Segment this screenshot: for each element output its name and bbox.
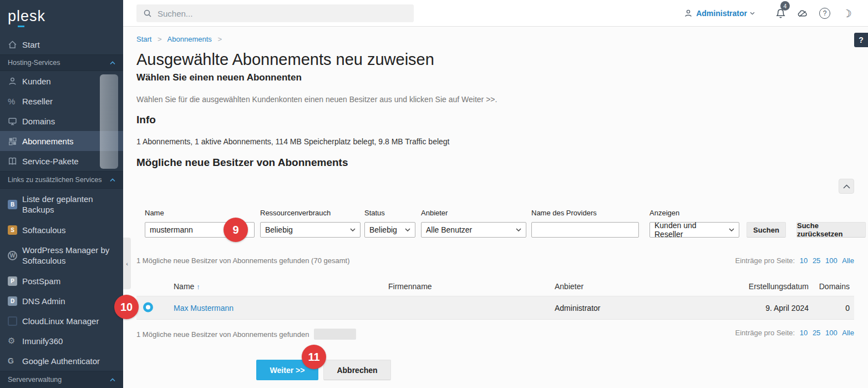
status-select[interactable]: Beliebig — [364, 222, 415, 238]
user-icon — [684, 9, 693, 18]
cloudlinux-icon — [8, 316, 22, 326]
backups-app-icon: B — [8, 200, 22, 209]
sidebar-item-dns-admin[interactable]: D DNS Admin — [0, 291, 123, 311]
sidebar-item-label: WordPress Manager by Softaculous — [22, 245, 123, 266]
notifications-button[interactable]: 4 — [769, 0, 791, 27]
per-page-25[interactable]: 25 — [813, 256, 820, 265]
provider-name-input[interactable] — [531, 222, 639, 238]
per-page-all[interactable]: Alle — [842, 329, 854, 337]
search-input[interactable]: Suchen... — [136, 4, 414, 22]
per-page-25[interactable]: 25 — [813, 329, 820, 337]
per-page-10[interactable]: 10 — [800, 329, 808, 337]
sidebar-item-cloudlinux[interactable]: CloudLinux Manager — [0, 311, 123, 331]
user-menu[interactable]: Administrator — [684, 9, 755, 18]
column-header-domains[interactable]: Domains — [819, 282, 850, 291]
page-subtitle: Wählen Sie einen neuen Abonnenten — [136, 72, 302, 83]
sidebar-item-label: Abonnements — [22, 136, 78, 147]
annotation-step-11: 11 — [302, 345, 326, 369]
sidebar-collapse-handle[interactable]: ‹ — [123, 238, 131, 289]
column-header-erstellungsdatum[interactable]: Erstellungsdatum — [749, 282, 809, 291]
topbar: Suchen... Administrator 4 ? ☽ — [123, 0, 868, 27]
anzeigen-select[interactable]: Kunden und Reseller — [649, 222, 739, 238]
sidebar-item-softaculous[interactable]: S Softaculous — [0, 220, 123, 240]
sidebar-scrollbar-thumb[interactable] — [100, 74, 118, 169]
sidebar-item-label: PostSpam — [22, 276, 65, 286]
chevron-down-icon — [729, 228, 734, 231]
sidebar-item-postspam[interactable]: P PostSpam — [0, 271, 123, 291]
wordpress-icon: W — [8, 251, 22, 260]
column-header-firmenname[interactable]: Firmenname — [388, 282, 432, 291]
moon-icon: ☽ — [842, 7, 851, 20]
monitor-icon — [8, 117, 22, 126]
redacted-text-box — [314, 329, 356, 340]
sidebar-section-hosting-services[interactable]: Hosting-Services — [0, 54, 123, 71]
chevron-down-icon — [516, 228, 521, 231]
plesk-logo-text: plesk — [8, 8, 45, 24]
chevron-up-icon — [110, 59, 115, 67]
sidebar-section-label: Serververwaltung — [8, 376, 62, 384]
sidebar-item-google-authenticator[interactable]: G Google Authenticator — [0, 351, 123, 371]
sidebar-item-label: Service-Pakete — [22, 156, 83, 167]
sidebar-item-backups-list[interactable]: B Liste der geplanten Backups — [0, 189, 123, 220]
book-icon — [8, 157, 22, 166]
row-owner-link[interactable]: Max Mustermann — [174, 304, 234, 313]
sort-ascending-icon: ↑ — [196, 283, 200, 291]
filter-field-ressourcenverbrauch: Beliebig — [260, 222, 361, 238]
home-icon — [8, 40, 22, 49]
column-header-anbieter[interactable]: Anbieter — [555, 282, 583, 291]
annotation-step-9: 9 — [224, 218, 248, 242]
table-row: Max Mustermann Administrator 9. April 20… — [136, 296, 854, 320]
plesk-logo[interactable]: plesk — [0, 0, 123, 34]
chevron-down-icon — [750, 12, 755, 15]
filter-label-ressourcenverbrauch: Ressourcenverbrauch — [260, 209, 331, 217]
annotation-step-10: 10 — [114, 295, 139, 319]
sidebar-item-label: Reseller — [22, 96, 57, 107]
help-button[interactable]: ? — [814, 0, 836, 27]
filter-field-anzeigen: Kunden und Reseller — [649, 222, 739, 238]
ressourcenverbrauch-select[interactable]: Beliebig — [260, 222, 361, 238]
sidebar-item-label: Domains — [22, 116, 59, 127]
plesk-logo-underline — [18, 26, 24, 27]
sidebar-section-links-services[interactable]: Links zu zusätzlichen Services — [0, 171, 123, 189]
cloud-offline-button[interactable] — [791, 0, 814, 27]
row-radio-selected[interactable] — [143, 302, 153, 314]
per-page-all[interactable]: Alle — [842, 256, 854, 265]
sidebar-section-label: Links zu zusätzlichen Services — [8, 176, 102, 184]
sidebar-item-label: DNS Admin — [22, 296, 70, 306]
row-domains: 0 — [845, 304, 850, 313]
filter-label-anzeigen: Anzeigen — [649, 209, 679, 217]
anbieter-select[interactable]: Alle Benutzer — [421, 222, 526, 238]
search-icon — [143, 9, 152, 18]
breadcrumb-abonnements[interactable]: Abonnements — [167, 35, 212, 43]
chevron-left-icon: ‹ — [126, 260, 128, 267]
postspam-app-icon: P — [8, 276, 22, 286]
breadcrumb-start[interactable]: Start — [136, 35, 151, 43]
sidebar-item-wordpress-manager[interactable]: W WordPress Manager by Softaculous — [0, 240, 123, 271]
sidebar-item-start[interactable]: Start — [0, 34, 123, 54]
column-header-name[interactable]: Name↑ — [174, 282, 200, 291]
filter-label-status: Status — [364, 209, 385, 217]
notification-badge: 4 — [780, 1, 790, 11]
softaculous-app-icon: S — [8, 225, 22, 235]
per-page-100[interactable]: 100 — [825, 329, 837, 337]
per-page-10[interactable]: 10 — [800, 256, 808, 265]
per-page-label: Einträge pro Seite: — [735, 256, 795, 265]
cancel-button[interactable]: Abbrechen — [323, 360, 391, 380]
google-icon: G — [8, 356, 22, 365]
dark-mode-toggle[interactable]: ☽ — [836, 0, 858, 27]
per-page-100[interactable]: 100 — [825, 256, 837, 265]
sidebar-section-serververwaltung[interactable]: Serververwaltung — [0, 371, 123, 388]
search-button[interactable]: Suchen — [747, 222, 786, 238]
dns-admin-app-icon: D — [8, 296, 22, 306]
reset-search-button[interactable]: Suche zurücksetzen — [796, 222, 866, 238]
sidebar-item-label: Liste der geplanten Backups — [22, 194, 123, 215]
row-erstellungsdatum: 9. April 2024 — [765, 304, 809, 313]
chevron-down-icon — [350, 228, 356, 231]
filter-field-provider-name — [531, 222, 639, 238]
question-icon: ? — [859, 36, 864, 44]
percent-icon: % — [8, 97, 22, 106]
collapse-filter-button[interactable] — [839, 179, 854, 194]
sidebar-item-imunify360[interactable]: ⚙ Imunify360 — [0, 331, 123, 351]
chevron-up-icon — [843, 184, 850, 189]
context-help-tab[interactable]: ? — [854, 33, 868, 47]
